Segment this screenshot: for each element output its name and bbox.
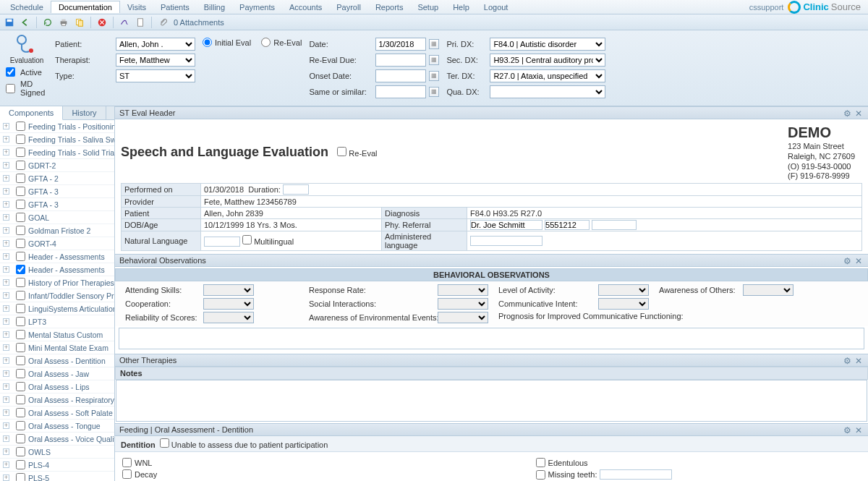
back-icon[interactable] [20,17,30,27]
attachments-count[interactable]: 0 Attachments [174,18,224,27]
component-checkbox[interactable] [16,161,25,170]
gear-icon[interactable]: ⚙ [843,256,852,265]
refresh-icon[interactable] [43,17,53,27]
component-checkbox[interactable] [16,460,25,469]
close-icon[interactable]: ✕ [855,108,864,117]
type-select[interactable]: ST [116,69,195,82]
component-item[interactable]: +GFTA - 2 [0,172,114,185]
expand-icon[interactable]: + [3,227,9,234]
menu-payments[interactable]: Payments [232,1,282,13]
component-item[interactable]: +Feeding Trials - Solid Trials [0,146,114,159]
component-checkbox[interactable] [16,213,25,222]
component-item[interactable]: +Mental Status Custom [0,328,114,341]
expand-icon[interactable]: + [3,253,9,260]
menu-documentation[interactable]: Documentation [51,1,120,13]
expand-icon[interactable]: + [3,292,9,299]
component-item[interactable]: +GDRT-2 [0,159,114,172]
close-icon[interactable]: ✕ [855,356,864,365]
menu-schedule[interactable]: Schedule [3,1,51,13]
expand-icon[interactable]: + [3,305,9,312]
expand-icon[interactable]: + [3,240,9,247]
save-icon[interactable] [4,17,14,27]
expand-icon[interactable]: + [3,409,9,416]
expand-icon[interactable]: + [3,214,9,221]
wnl-checkbox[interactable] [122,458,132,467]
activity-select[interactable] [598,284,649,296]
phy-ref-input[interactable] [470,220,542,230]
tab-history[interactable]: History [63,106,106,119]
menu-help[interactable]: Help [446,1,477,13]
menu-accounts[interactable]: Accounts [282,1,329,13]
expand-icon[interactable]: + [3,123,9,129]
components-list[interactable]: +Feeding Trials - Positioning+Feeding Tr… [0,120,114,481]
expand-icon[interactable]: + [3,435,9,442]
phy-extra-input[interactable] [592,220,637,230]
component-item[interactable]: +PLS-4 [0,459,114,472]
expand-icon[interactable]: + [3,422,9,429]
calendar-icon[interactable]: ▦ [429,39,439,49]
expand-icon[interactable]: + [3,279,9,286]
close-icon[interactable]: ✕ [855,425,864,434]
calendar-icon[interactable]: ▦ [429,87,439,97]
therapist-select[interactable]: Fete, Matthew [116,54,195,67]
expand-icon[interactable]: + [3,370,9,377]
gear-icon[interactable]: ⚙ [843,425,852,434]
attachment-icon[interactable] [158,17,168,27]
component-item[interactable]: +Oral Assess - Jaw [0,367,114,380]
bo-notes-textarea[interactable] [119,328,864,349]
patient-select[interactable]: Allen, John . [116,38,195,51]
component-item[interactable]: +Header - Assessments [0,263,114,276]
other-therapies-textarea[interactable] [116,380,867,422]
expand-icon[interactable]: + [3,461,9,468]
component-item[interactable]: +Infant/Toddler Sensory Pro [0,289,114,302]
page-icon[interactable] [135,17,145,27]
date-input[interactable] [375,38,426,51]
active-checkbox[interactable] [6,67,15,77]
phy-id-input[interactable] [545,220,590,230]
component-checkbox[interactable] [16,174,25,183]
nat-lang-input[interactable] [204,237,240,247]
component-checkbox[interactable] [16,408,25,417]
expand-icon[interactable]: + [3,162,9,169]
calendar-icon[interactable]: ▦ [429,55,439,65]
component-item[interactable]: +Mini Mental State Exam [0,341,114,354]
expand-icon[interactable]: + [3,188,9,195]
component-item[interactable]: +Oral Assess - Tongue [0,420,114,433]
unable-checkbox[interactable] [160,438,169,448]
component-item[interactable]: +OWLS [0,446,114,459]
missing-input[interactable] [600,469,672,480]
component-item[interactable]: +Header - Assessments [0,250,114,263]
component-checkbox[interactable] [16,187,25,196]
expand-icon[interactable]: + [3,357,9,364]
component-checkbox[interactable] [16,122,25,131]
component-checkbox[interactable] [16,148,25,157]
duration-input[interactable] [283,184,309,195]
pri-dx-select[interactable]: F84.0 | Autistic disorder [490,38,605,51]
component-checkbox[interactable] [16,252,25,261]
ter-dx-select[interactable]: R27.0 | Ataxia, unspecified [490,69,605,82]
component-item[interactable]: +GFTA - 3 [0,198,114,211]
expand-icon[interactable]: + [3,344,9,351]
expand-icon[interactable]: + [3,383,9,390]
sec-dx-select[interactable]: H93.25 | Central auditory processing d [490,54,605,67]
component-item[interactable]: +Oral Assess - Soft Palate [0,406,114,420]
component-item[interactable]: +Oral Assess - Dentition [0,354,114,367]
expand-icon[interactable]: + [3,331,9,338]
comm-intent-select[interactable] [598,298,649,310]
menu-setup[interactable]: Setup [410,1,446,13]
gear-icon[interactable]: ⚙ [843,108,852,117]
component-item[interactable]: +GORT-4 [0,237,114,250]
component-checkbox[interactable] [16,135,25,144]
close-icon[interactable]: ✕ [855,256,864,265]
component-checkbox[interactable] [16,382,25,391]
menu-patients[interactable]: Patients [153,1,197,13]
expand-icon[interactable]: + [3,396,9,403]
component-checkbox[interactable] [16,356,25,365]
component-item[interactable]: +Oral Assess - Voice Quality [0,433,114,446]
print-icon[interactable] [59,17,69,27]
component-item[interactable]: +Goldman Fristoe 2 [0,224,114,237]
expand-icon[interactable]: + [3,474,9,481]
initial-eval-radio[interactable] [203,38,212,47]
expand-icon[interactable]: + [3,448,9,455]
component-checkbox[interactable] [16,265,25,274]
